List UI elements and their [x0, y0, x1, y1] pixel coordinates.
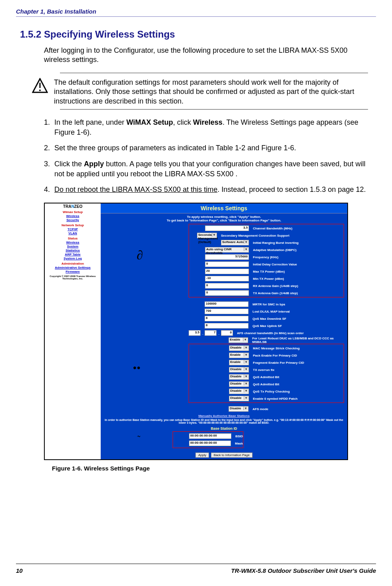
sidebar-syslog-link[interactable]: System Log	[46, 257, 100, 260]
initial-delay-input[interactable]: 0	[205, 261, 249, 267]
bsid-input[interactable]: 00:00:00:00:00:00	[189, 433, 231, 439]
least-robust-label: For Least Robust DIUC as LSB/MSB and DCD…	[252, 337, 347, 344]
hfdd-patch-select[interactable]: Disable	[229, 396, 249, 401]
min-tx-input[interactable]: -10	[205, 276, 249, 281]
sidebar-tcpip-link[interactable]: TCP/IP	[46, 227, 100, 231]
hfdd-patch-label: Enable 0 symbol HFDD Patch	[253, 397, 298, 401]
pack-enable-label: Pack Enable For Primary CID	[253, 354, 297, 357]
afs-mode-select[interactable]: Disable	[229, 406, 249, 412]
mrtr-label: MRTR for SMC in bps	[253, 303, 285, 306]
annotation-1: ∂	[137, 248, 143, 263]
sidebar-adminset-link[interactable]: Administrative Settings	[46, 266, 100, 269]
copyright-text: Copyright © 2007-2008 Tranzeo Wireless T…	[46, 275, 100, 280]
qos-ul-label: QoS Max Uplink SF	[253, 324, 282, 328]
steps-list: 1. In the left pane, under WiMAX Setup, …	[44, 118, 368, 195]
config-main: Wireless Settings To apply wireless rese…	[101, 203, 347, 459]
annotation-2: ••	[133, 362, 141, 375]
qos-dl-input[interactable]: 8	[205, 316, 249, 321]
qos-tx-policy-select[interactable]: Disable	[229, 389, 249, 394]
footer-title: TR-WMX-5.8 Outdoor Subscriber Unit User'…	[231, 567, 376, 574]
tx-overrun-select[interactable]: Disable	[229, 367, 249, 373]
annotation-3: ˜	[137, 434, 140, 444]
section-heading: 1.5.2 Specifying Wireless Settings	[20, 29, 376, 40]
sidebar-vlan-link[interactable]: VLAN	[46, 231, 100, 235]
settings-group-1: 3.5Channel Bandwidth (MHz) Secondary Man…	[189, 224, 344, 297]
qos-tx-policy-label: QoS Tx Policy Checking	[253, 390, 290, 393]
fragment-enable-label: Fragment Enable For Primary CID	[253, 361, 304, 365]
qos-admitted2-select[interactable]: Disable	[229, 381, 249, 387]
tx-antenna-input[interactable]: 0	[205, 290, 249, 296]
frequency-label: Frequency (KHz)	[253, 255, 279, 259]
sidebar-network-heading: Network Setup	[46, 223, 100, 227]
sidebar-admin-heading: Administration	[46, 262, 100, 265]
sidebar-security-link[interactable]: Security	[46, 218, 100, 222]
afs-bw-2-input[interactable]: 7	[205, 330, 217, 336]
warning-icon	[32, 78, 48, 96]
rx-antenna-input[interactable]: 0	[205, 283, 249, 289]
min-tx-label: Min TX Power (dBm)	[253, 277, 284, 281]
initial-delay-label: Initial Delay Correction Value	[253, 263, 297, 266]
qos-ul-input[interactable]: 8	[205, 323, 249, 329]
manual-authorize-link[interactable]: Manually Authorize Base Stations	[101, 414, 347, 418]
step-2: 2. Set the three groups of parameters as…	[44, 143, 368, 153]
config-sidebar: TRANZEO Wimax Setup Wireless Security Ne…	[45, 203, 101, 459]
sidebar-firmware-link[interactable]: Firmware	[46, 270, 100, 273]
max-tx-input[interactable]: 20	[205, 269, 249, 274]
settings-group-3: 00:00:00:00:00:00BSID 00:00:00:00:00:00M…	[173, 431, 243, 448]
afs-bw-label: AFS channel bandwidth (in MHz) scan orde…	[237, 331, 304, 335]
sidebar-arp-link[interactable]: ARP Table	[46, 253, 100, 256]
svg-point-2	[39, 90, 41, 91]
max-tx-label: Max TX Power (dBm)	[253, 270, 285, 273]
qos-admitted-label: QoS Admitted Bit	[253, 375, 279, 379]
mac-check-select[interactable]: Disable	[229, 345, 249, 351]
back-button[interactable]: Back to Information Page	[211, 452, 253, 458]
logo: TRANZEO	[46, 204, 100, 209]
step-1: 1. In the left pane, under WiMAX Setup, …	[44, 118, 368, 138]
header-rule	[16, 16, 376, 17]
pack-enable-select[interactable]: Enable	[229, 353, 249, 358]
chapter-header: Chapter 1, Basic Installation	[16, 8, 376, 15]
rx-antenna-label: RX Antenna Gain (1/4dB step)	[253, 284, 298, 288]
initial-ranging-select[interactable]: Software Auto	[221, 240, 249, 245]
sidebar-statistics-link[interactable]: Statistics	[46, 249, 100, 252]
secondary-mgmt-select[interactable]: Secondary Management (Default)	[197, 233, 217, 238]
adaptive-mod-select[interactable]: Auto using CINR thresholds	[205, 247, 249, 253]
apply-button[interactable]: Apply	[195, 452, 209, 458]
step-3: 3. Click the Apply button. A page tells …	[44, 159, 368, 179]
step-4: 4. Do not reboot the LIBRA MAX-SS 5X00 a…	[44, 185, 368, 195]
tx-antenna-label: TX Antenna Gain (1/4dB step)	[253, 291, 298, 295]
sidebar-wimax-heading: Wimax Setup	[46, 210, 100, 214]
note-text: The default configuration settings for m…	[54, 78, 368, 106]
mac-check-label: MAC Message Strick Checking	[253, 347, 300, 350]
fragment-enable-select[interactable]: Enable	[229, 360, 249, 365]
page-subtitle: To apply wireless resetting, click "Appl…	[101, 213, 347, 224]
footer-rule	[16, 564, 376, 564]
initial-ranging-label: Initial Ranging Burst Inverting	[253, 241, 298, 245]
settings-group-2: DisableMAC Message Strick Checking Enabl…	[189, 344, 344, 403]
page-number: 10	[16, 567, 23, 574]
note-block: The default configuration settings for m…	[60, 73, 368, 110]
afs-bw-3-input[interactable]: 0	[221, 330, 233, 336]
figure-caption: Figure 1-6. Wireless Settings Page	[52, 465, 376, 472]
sidebar-system-link[interactable]: System	[46, 245, 100, 248]
wireless-settings-screenshot: TRANZEO Wimax Setup Wireless Security Ne…	[44, 203, 348, 460]
channel-bandwidth-label: Channel Bandwidth (MHz)	[253, 227, 293, 230]
page-footer: 10 TR-WMX-5.8 Outdoor Subscriber Unit Us…	[16, 567, 376, 574]
lost-map-input[interactable]: 700	[205, 309, 249, 314]
afs-mode-label: AFS mode	[253, 407, 269, 411]
base-station-title: Base Station ID	[101, 427, 347, 431]
qos-dl-label: QoS Max Downlink SF	[253, 317, 286, 321]
bs-disclaimer: In order to authorize Base Station manua…	[101, 418, 347, 425]
least-robust-select[interactable]: Enable	[229, 337, 248, 343]
mask-input[interactable]: 00:00:00:00:00:00	[189, 440, 231, 446]
channel-bandwidth-input[interactable]: 3.5	[205, 225, 249, 231]
sidebar-wireless-link[interactable]: Wireless	[46, 214, 100, 218]
qos-admitted-select[interactable]: Disable	[229, 374, 249, 380]
frequency-input[interactable]: 5725000	[205, 254, 249, 260]
tx-overrun-label: TX overrun fix	[253, 368, 275, 372]
afs-bw-1-input[interactable]: 3.5	[189, 330, 201, 336]
intro-paragraph: After logging in to the Configurator, us…	[44, 46, 368, 65]
mrtr-input[interactable]: 100000	[205, 301, 249, 307]
sidebar-wireless2-link[interactable]: Wireless	[46, 241, 100, 244]
mask-label: Mask	[235, 442, 243, 445]
